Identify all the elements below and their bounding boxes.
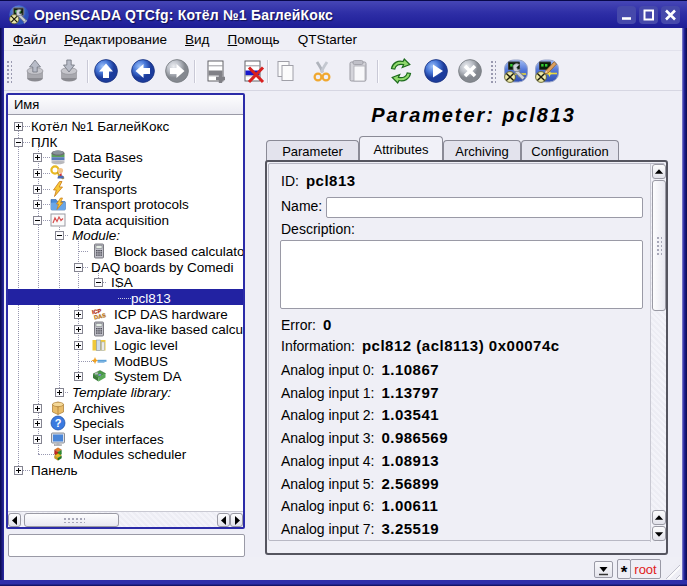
- svg-text:?: ?: [55, 417, 62, 429]
- svg-text:DAS: DAS: [94, 312, 107, 320]
